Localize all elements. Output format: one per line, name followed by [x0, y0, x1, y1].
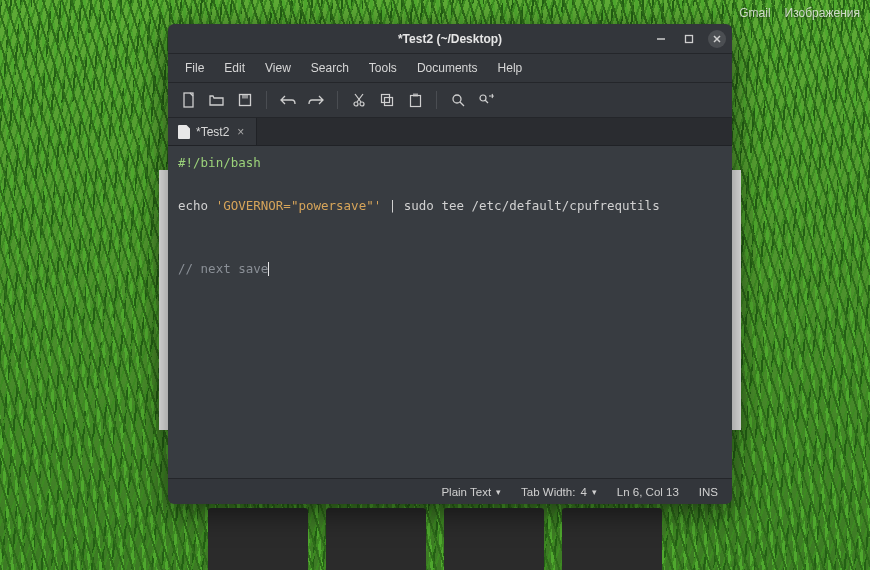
desktop-top-links: Gmail Изображения — [739, 6, 860, 20]
document-tab[interactable]: *Test2 × — [168, 118, 257, 145]
svg-point-8 — [360, 102, 364, 106]
menu-tools[interactable]: Tools — [360, 58, 406, 78]
menu-documents[interactable]: Documents — [408, 58, 487, 78]
svg-rect-13 — [410, 95, 420, 106]
status-tabwidth-value: 4 — [580, 486, 586, 498]
toolbar-separator — [337, 91, 338, 109]
window-title: *Test2 (~/Desktop) — [398, 32, 502, 46]
tab-label: *Test2 — [196, 125, 229, 139]
document-icon — [178, 125, 190, 139]
titlebar[interactable]: *Test2 (~/Desktop) — [168, 24, 732, 54]
text-cursor — [268, 262, 269, 276]
toolbar — [168, 83, 732, 118]
svg-line-16 — [460, 102, 464, 106]
svg-rect-14 — [413, 93, 418, 96]
toolbar-separator — [436, 91, 437, 109]
cut-icon[interactable] — [346, 88, 372, 112]
status-tabwidth-label: Tab Width: — [521, 486, 575, 498]
menu-view[interactable]: View — [256, 58, 300, 78]
redo-icon[interactable] — [303, 88, 329, 112]
open-icon[interactable] — [204, 88, 230, 112]
svg-rect-12 — [385, 98, 393, 106]
link-images[interactable]: Изображения — [785, 6, 860, 20]
menubar: File Edit View Search Tools Documents He… — [168, 54, 732, 83]
taskbar-item[interactable] — [444, 508, 544, 570]
code-comment: // next save — [178, 261, 268, 276]
minimize-button[interactable] — [652, 30, 670, 48]
find-icon[interactable] — [445, 88, 471, 112]
close-button[interactable] — [708, 30, 726, 48]
menu-search[interactable]: Search — [302, 58, 358, 78]
svg-point-15 — [453, 95, 461, 103]
chevron-down-icon: ▾ — [496, 487, 501, 497]
new-file-icon[interactable] — [176, 88, 202, 112]
status-bar: Plain Text ▾ Tab Width: 4 ▾ Ln 6, Col 13… — [168, 478, 732, 504]
svg-rect-11 — [382, 95, 390, 103]
tab-close-icon[interactable]: × — [235, 125, 246, 139]
status-tab-width[interactable]: Tab Width: 4 ▾ — [521, 486, 597, 498]
taskbar-item[interactable] — [562, 508, 662, 570]
save-icon[interactable] — [232, 88, 258, 112]
status-insert-value: INS — [699, 486, 718, 498]
tab-bar: *Test2 × — [168, 118, 732, 146]
svg-point-7 — [354, 102, 358, 106]
toolbar-separator — [266, 91, 267, 109]
link-gmail[interactable]: Gmail — [739, 6, 770, 20]
editor-area[interactable]: #!/bin/bash echo 'GOVERNOR="powersave"' … — [168, 146, 732, 478]
status-language-label: Plain Text — [441, 486, 491, 498]
taskbar — [0, 508, 870, 570]
taskbar-item[interactable] — [208, 508, 308, 570]
status-position-value: Ln 6, Col 13 — [617, 486, 679, 498]
copy-icon[interactable] — [374, 88, 400, 112]
code-line: | sudo tee /etc/default/cpufrequtils — [381, 198, 659, 213]
find-replace-icon[interactable] — [473, 88, 499, 112]
svg-line-18 — [485, 100, 488, 103]
status-cursor-position: Ln 6, Col 13 — [617, 486, 679, 498]
maximize-button[interactable] — [680, 30, 698, 48]
chevron-down-icon: ▾ — [592, 487, 597, 497]
code-line: #!/bin/bash — [178, 155, 261, 170]
menu-file[interactable]: File — [176, 58, 213, 78]
code-string: 'GOVERNOR="powersave"' — [216, 198, 382, 213]
window-controls — [652, 24, 726, 54]
menu-edit[interactable]: Edit — [215, 58, 254, 78]
undo-icon[interactable] — [275, 88, 301, 112]
menu-help[interactable]: Help — [489, 58, 532, 78]
text-editor-window: *Test2 (~/Desktop) File Edit View Search… — [168, 24, 732, 504]
code-line: echo — [178, 198, 216, 213]
taskbar-item[interactable] — [326, 508, 426, 570]
paste-icon[interactable] — [402, 88, 428, 112]
svg-rect-6 — [242, 95, 248, 99]
svg-rect-1 — [686, 36, 693, 43]
status-insert-mode[interactable]: INS — [699, 486, 718, 498]
status-language[interactable]: Plain Text ▾ — [441, 486, 501, 498]
